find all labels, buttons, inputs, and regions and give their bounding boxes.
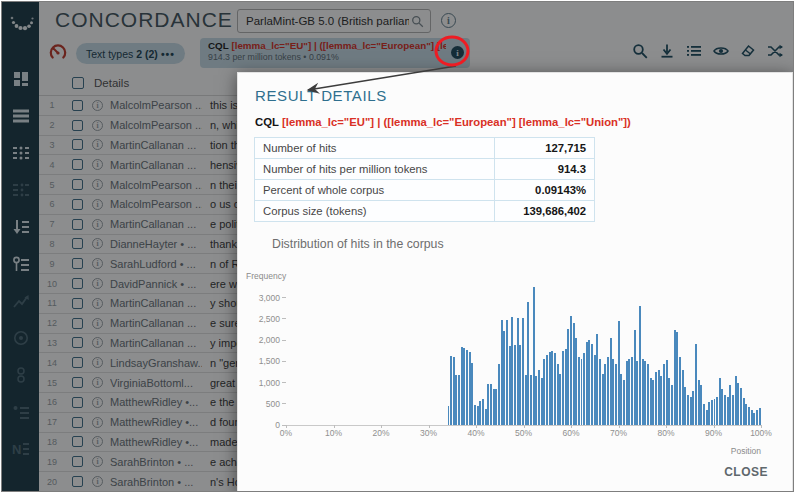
histogram-bar (511, 317, 513, 425)
modal-cql-label: CQL (255, 116, 279, 128)
stat-label: Corpus size (tokens) (255, 201, 495, 222)
histogram-bar (634, 330, 636, 425)
y-axis-label: Frequency (246, 271, 286, 281)
histogram-bar (612, 359, 614, 425)
table-row: Number of hits127,715 (255, 138, 595, 159)
x-axis-tick: 100% (750, 428, 772, 438)
stat-value: 914.3 (495, 159, 595, 180)
table-row: Number of hits per million tokens914.3 (255, 159, 595, 180)
table-row: Corpus size (tokens)139,686,402 (255, 201, 595, 222)
x-axis-tick: 90% (705, 428, 722, 438)
histogram-bar (546, 355, 548, 425)
histogram-bar (490, 384, 492, 425)
histogram-bar (458, 375, 460, 425)
stat-label: Percent of whole corpus (255, 180, 495, 201)
histogram-bar (525, 375, 527, 425)
histogram-bar (679, 357, 681, 425)
histogram-bar (658, 370, 660, 425)
x-axis-tick: 0% (280, 428, 292, 438)
histogram-bar (759, 408, 761, 425)
x-axis-label: Position (286, 446, 761, 456)
histogram-bar (501, 320, 503, 425)
x-axis-tick: 60% (562, 428, 579, 438)
modal-cql-query: [lemma_lc="EU"] | ([lemma_lc="European"]… (282, 116, 631, 128)
histogram-bar (578, 357, 580, 425)
x-axis-tick: 40% (467, 428, 484, 438)
modal-cql-line: CQL [lemma_lc="EU"] | ([lemma_lc="Europe… (255, 116, 631, 128)
histogram-bar (591, 344, 593, 425)
y-axis-tick: 2,000 (259, 335, 286, 345)
stat-label: Number of hits (255, 138, 495, 159)
x-axis-tick: 30% (420, 428, 437, 438)
histogram-bar (623, 380, 625, 425)
y-axis-tick: 1,000 (259, 378, 286, 388)
histogram-bar (668, 378, 670, 425)
x-axis-tick: 10% (325, 428, 342, 438)
distribution-chart: Frequency 05001,0001,5002,0002,5003,0000… (238, 268, 794, 458)
histogram-bar (745, 404, 747, 425)
histogram-bar (700, 385, 702, 425)
histogram-bar (711, 400, 713, 425)
result-stats-table: Number of hits127,715 Number of hits per… (254, 137, 595, 222)
x-axis-tick: 80% (657, 428, 674, 438)
stat-label: Number of hits per million tokens (255, 159, 495, 180)
y-axis-tick: 3,000 (259, 293, 286, 303)
close-button[interactable]: CLOSE (718, 464, 774, 480)
histogram-bar (557, 364, 559, 426)
y-axis-tick: 500 (266, 399, 286, 409)
x-axis-tick: 70% (610, 428, 627, 438)
histogram-bar (479, 401, 481, 425)
table-row: Percent of whole corpus0.09143% (255, 180, 595, 201)
y-axis-tick: 1,500 (259, 356, 286, 366)
stat-value: 127,715 (495, 138, 595, 159)
histogram-bar (602, 374, 604, 425)
y-axis-tick: 2,500 (259, 314, 286, 324)
chart-title: Distribution of hits in the corpus (272, 237, 444, 251)
x-axis-tick: 20% (372, 428, 389, 438)
result-details-modal: RESULT DETAILS CQL [lemma_lc="EU"] | ([l… (237, 72, 793, 492)
histogram-bar (735, 376, 737, 425)
histogram-bar (567, 329, 569, 425)
stat-value: 0.09143% (495, 180, 595, 201)
histogram-bar (469, 352, 471, 425)
modal-title: RESULT DETAILS (255, 87, 387, 104)
histogram-bar (756, 410, 758, 425)
screenshot-stage: N CONCORDANCE i Text types 2 (2) ••• (0, 0, 803, 500)
app-window: N CONCORDANCE i Text types 2 (2) ••• (1, 1, 794, 492)
chart-plot: 05001,0001,5002,0002,5003,0000%10%20%30%… (286, 285, 761, 426)
x-axis-tick: 50% (515, 428, 532, 438)
histogram-bar (535, 376, 537, 425)
histogram-bar (644, 361, 646, 425)
histogram-bar (690, 397, 692, 425)
histogram-bar (724, 395, 726, 425)
stat-value: 139,686,402 (495, 201, 595, 222)
